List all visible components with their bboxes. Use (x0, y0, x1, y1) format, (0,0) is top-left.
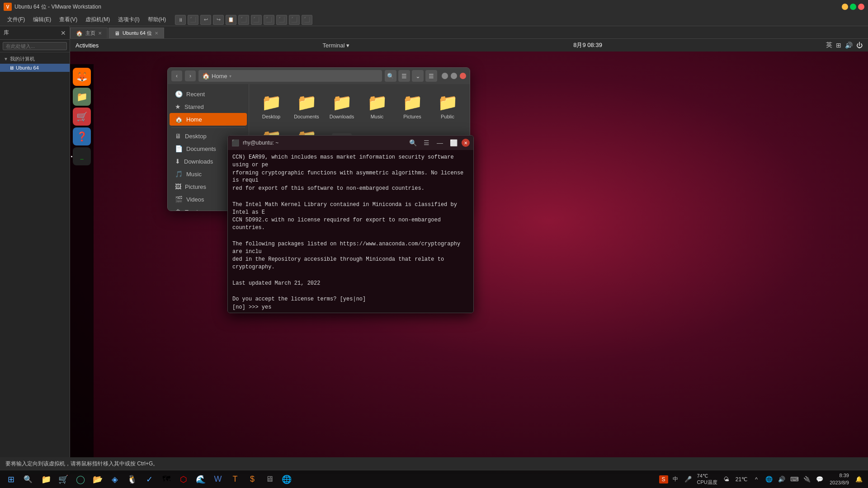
cpu-temp[interactable]: 74℃ CPU温度 (695, 473, 719, 486)
folder-public[interactable]: 📁 Public (433, 91, 462, 121)
volume-icon[interactable]: 🔊 (845, 42, 853, 49)
toolbar-btn-7[interactable]: ⬛ (251, 15, 262, 25)
taskbar-app-store[interactable]: 🛒 (55, 471, 71, 488)
taskbar-app-files[interactable]: 📂 (90, 471, 106, 488)
ubuntu-clock[interactable]: 8月9 08:39 (573, 41, 602, 49)
chevron-up-icon[interactable]: ^ (751, 474, 762, 485)
tab-home[interactable]: 🏠 主页 ✕ (70, 28, 108, 38)
folder-music[interactable]: 📁 Music (362, 91, 392, 121)
taskbar-app-browser[interactable]: 🌐 (278, 471, 295, 488)
toolbar-btn-9[interactable]: ⬛ (276, 15, 287, 25)
taskbar-app-antivirus[interactable]: ⬡ (175, 471, 192, 488)
folder-documents[interactable]: 📁 Documents (292, 91, 321, 121)
fm-search-button[interactable]: 🔍 (385, 70, 396, 82)
fm-back-button[interactable]: ‹ (171, 70, 182, 81)
taskbar-app-text[interactable]: T (227, 471, 243, 488)
vm-screen[interactable]: Activities Terminal ▾ 8月9 08:39 英 ⊞ 🔊 ⏻ … (70, 39, 868, 474)
dock-files[interactable]: 📁 (73, 88, 91, 106)
menu-tabs[interactable]: 选项卡(I) (114, 15, 143, 24)
toolbar-btn-10[interactable]: ⬛ (289, 15, 300, 25)
dock-firefox[interactable]: 🦊 (73, 68, 91, 86)
toolbar-btn-4[interactable]: ↪ (213, 15, 224, 25)
dock-software[interactable]: 🛒 (73, 108, 91, 126)
activities-button[interactable]: Activities (75, 42, 99, 49)
folder-pictures[interactable]: 📁 Pictures (397, 91, 427, 121)
fm-location-bar[interactable]: 🏠 Home ▾ (198, 70, 382, 82)
terminal-menu-button[interactable]: ☰ (421, 137, 432, 148)
network-tray-icon[interactable]: 🌐 (764, 474, 774, 485)
fm-sidebar-recent[interactable]: 🕒 Recent (170, 88, 247, 100)
toolbar-btn-5[interactable]: 📋 (226, 15, 236, 25)
tab-ubuntu[interactable]: 🖥 Ubuntu 64 位 ✕ (108, 28, 164, 38)
toolbar-btn-2[interactable]: ⬛ (188, 15, 198, 25)
toolbar-btn-3[interactable]: ↩ (200, 15, 211, 25)
taskbar-app-maps[interactable]: 🗺 (158, 471, 175, 488)
tree-item-my-computer[interactable]: ▼ 我的计算机 (0, 54, 70, 64)
systray-mic[interactable]: 🎤 (683, 474, 693, 485)
windows-clock[interactable]: 8:39 2023/8/9 (827, 472, 852, 486)
dock-help[interactable]: ❓ (73, 127, 91, 145)
tab-home-close[interactable]: ✕ (98, 31, 102, 36)
sidebar-search-input[interactable] (3, 42, 67, 50)
terminal-menu-label[interactable]: Terminal ▾ (322, 42, 349, 49)
taskbar-app-word[interactable]: W (210, 471, 226, 488)
folder-desktop[interactable]: 📁 Desktop (256, 91, 286, 121)
taskbar-search-button[interactable]: 🔍 (20, 471, 36, 488)
menu-view[interactable]: 查看(V) (56, 15, 81, 24)
terminal-body[interactable]: CCN) EAR99, which includes mass market i… (228, 150, 473, 313)
folder-downloads[interactable]: 📁 Downloads (327, 91, 357, 121)
taskbar-app-edge[interactable]: 🌊 (193, 471, 209, 488)
power-icon[interactable]: ⏻ (856, 42, 863, 49)
maximize-button[interactable] (850, 4, 856, 10)
close-button[interactable] (858, 4, 864, 10)
taskbar-app-chrome[interactable]: ◯ (72, 471, 89, 488)
pictures-folder-icon: 📁 (402, 93, 423, 112)
fm-maximize-button[interactable] (451, 73, 457, 79)
fm-sort-button[interactable]: ⌄ (412, 70, 424, 82)
weather-icon[interactable]: 🌤 (721, 474, 732, 485)
usb-tray-icon[interactable]: 🔌 (802, 474, 812, 485)
minimize-button[interactable] (842, 4, 848, 10)
toolbar-btn-8[interactable]: ⬛ (264, 15, 274, 25)
taskbar-app-vscode[interactable]: ◈ (107, 471, 123, 488)
taskbar-app-explorer[interactable]: 📁 (38, 471, 54, 488)
fm-close-button[interactable] (460, 73, 466, 79)
menu-file[interactable]: 文件(F) (4, 15, 28, 24)
taskbar-app-todo[interactable]: ✓ (141, 471, 157, 488)
terminal-close-button[interactable]: ✕ (462, 139, 470, 147)
fm-forward-button[interactable]: › (185, 70, 196, 81)
start-button[interactable]: ⊞ (2, 471, 20, 488)
terminal-minimize-button[interactable]: — (434, 137, 445, 148)
toolbar-btn-11[interactable]: ⬛ (302, 15, 312, 25)
fm-minimize-button[interactable] (442, 73, 448, 79)
taskbar-app-finance[interactable]: $ (244, 471, 260, 488)
titlebar-left: V Ubuntu 64 位 - VMware Workstation (4, 3, 101, 11)
notification-button[interactable]: 🔔 (854, 474, 864, 485)
network-icon[interactable]: ⊞ (836, 42, 841, 49)
menu-edit[interactable]: 编辑(E) (29, 15, 55, 24)
volume-tray-icon[interactable]: 🔊 (776, 474, 787, 485)
ime-icon[interactable]: 中 (670, 474, 681, 485)
fm-sidebar-starred[interactable]: ★ Starred (170, 100, 247, 113)
dock-terminal[interactable]: _ (73, 147, 91, 165)
extra-icon[interactable]: 💬 (814, 474, 825, 485)
terminal-maximize-button[interactable]: ⬜ (448, 137, 459, 148)
sidebar-close-button[interactable]: ✕ (61, 29, 66, 37)
keyboard-tray-icon[interactable]: ⌨ (789, 474, 800, 485)
lang-indicator[interactable]: 英 (826, 41, 832, 49)
temperature-display[interactable]: 21℃ (734, 476, 749, 483)
fm-menu-button[interactable]: ☰ (425, 70, 437, 82)
menu-help[interactable]: 帮助(H) (144, 15, 170, 24)
fm-sidebar-home[interactable]: 🏠 Home (170, 113, 247, 126)
menu-vm[interactable]: 虚拟机(M) (82, 15, 113, 24)
wps-icon[interactable]: S (659, 475, 668, 483)
ubuntu-desktop: 🦊 📁 🛒 ❓ _ ⋯ ‹ › 🏠 Home ▾ 🔍 ☰ ⌄ (70, 52, 868, 474)
terminal-search-button[interactable]: 🔍 (407, 137, 418, 148)
tree-item-ubuntu[interactable]: 🖥 Ubuntu 64 (0, 64, 70, 72)
tab-ubuntu-close[interactable]: ✕ (155, 31, 158, 36)
pause-button[interactable]: ⏸ (175, 15, 186, 25)
toolbar-btn-6[interactable]: ⬛ (238, 15, 249, 25)
taskbar-app-qq[interactable]: 🐧 (124, 471, 140, 488)
fm-view-button[interactable]: ☰ (398, 70, 410, 82)
taskbar-app-vce[interactable]: 🖥 (261, 471, 278, 488)
